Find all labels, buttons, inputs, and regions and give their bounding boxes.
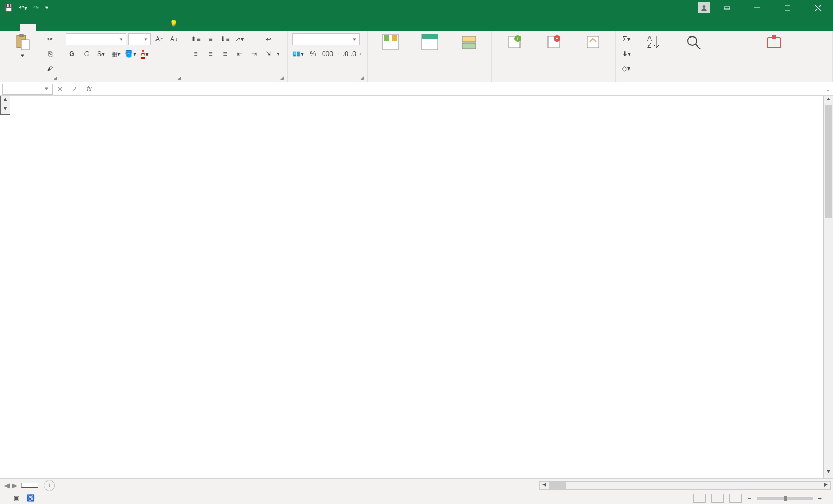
clear-icon[interactable]: ◇▾ (620, 62, 633, 75)
font-color-icon[interactable]: A▾ (139, 48, 151, 60)
sort-filter-button[interactable]: AZ (636, 33, 672, 52)
launcher-icon[interactable]: ◢ (177, 75, 181, 81)
zoom-slider[interactable] (757, 497, 813, 500)
maximize-button[interactable] (775, 0, 800, 16)
align-bottom-icon[interactable]: ⬇≡ (219, 33, 231, 45)
macro-record-icon[interactable]: ▣ (13, 494, 19, 502)
increase-decimal-icon[interactable]: ←.0 (336, 48, 348, 60)
percent-icon[interactable]: % (307, 48, 319, 60)
group-editing: Σ▾ ⬇▾ ◇▾ AZ (616, 31, 716, 82)
tab-review[interactable] (99, 24, 114, 31)
align-middle-icon[interactable]: ≡ (204, 33, 217, 45)
vertical-scrollbar[interactable]: ▲▼ (823, 96, 833, 478)
horizontal-scrollbar[interactable]: ◀▶ (539, 481, 831, 490)
paste-button[interactable]: ▼ (4, 33, 40, 58)
cell-styles-button[interactable] (451, 33, 487, 52)
fill-icon[interactable]: ⬇▾ (620, 48, 633, 60)
copy-icon[interactable]: ⎘ (44, 48, 56, 60)
comma-icon[interactable]: 000 (321, 48, 334, 60)
ribbon-display-icon[interactable] (714, 0, 740, 16)
data-validation-dropdown[interactable]: ▲▼ (0, 96, 10, 115)
decrease-font-icon[interactable]: A↓ (168, 33, 180, 45)
new-sheet-button[interactable]: + (44, 480, 55, 491)
name-box[interactable]: ▼ (2, 84, 53, 95)
page-layout-view-icon[interactable] (711, 494, 724, 503)
cancel-icon[interactable]: ✕ (53, 85, 67, 93)
tab-scroll-first-icon[interactable]: ◀ (4, 482, 10, 489)
worksheet-grid[interactable]: ▲▼ ▲▼ (0, 96, 833, 478)
tab-file[interactable] (4, 24, 20, 31)
tell-me[interactable]: 💡 (162, 16, 189, 31)
merge-center-button[interactable]: ⇲▼ (264, 48, 283, 60)
tab-insert[interactable] (36, 24, 52, 31)
launcher-icon[interactable]: ◢ (360, 75, 364, 81)
align-center-icon[interactable]: ≡ (204, 48, 217, 60)
addins-button[interactable] (756, 33, 792, 52)
redo-icon[interactable]: ↷ (33, 4, 39, 12)
fx-icon[interactable]: fx (82, 85, 96, 93)
accounting-icon[interactable]: 💶▾ (292, 48, 305, 60)
format-as-table-button[interactable] (412, 33, 448, 52)
underline-icon[interactable]: S▾ (95, 48, 107, 60)
sheet-tab-bar: ◀ ▶ + ◀▶ (0, 478, 833, 492)
svg-rect-1 (724, 7, 730, 9)
fill-color-icon[interactable]: 🪣▾ (124, 48, 136, 60)
decrease-decimal-icon[interactable]: .0→ (351, 48, 363, 60)
svg-rect-10 (384, 35, 389, 41)
orientation-icon[interactable]: ↗▾ (233, 33, 246, 45)
align-left-icon[interactable]: ≡ (190, 48, 202, 60)
launcher-icon[interactable]: ◢ (280, 75, 284, 81)
align-right-icon[interactable]: ≡ (219, 48, 231, 60)
wrap-text-button[interactable]: ↩ (264, 33, 283, 45)
tab-help[interactable] (146, 24, 162, 31)
conditional-formatting-button[interactable] (372, 33, 408, 52)
tab-data[interactable] (83, 24, 99, 31)
close-button[interactable] (805, 0, 831, 16)
tab-layout[interactable] (52, 24, 67, 31)
find-select-button[interactable] (675, 33, 711, 52)
group-clipboard: ▼ ✂ ⎘ 🖌 ◢ (0, 31, 61, 82)
minimize-button[interactable] (744, 0, 770, 16)
group-font: ▼ ▼ A↑ A↓ G C S▾ ▦▾ 🪣▾ A▾ ◢ (61, 31, 185, 82)
tab-developer[interactable] (130, 24, 146, 31)
enter-icon[interactable]: ✓ (67, 85, 82, 93)
undo-icon[interactable]: ↶▾ (19, 4, 27, 12)
sheet-tab[interactable] (21, 483, 38, 488)
bold-icon[interactable]: G (66, 48, 78, 60)
svg-point-25 (688, 36, 697, 45)
tab-scroll-last-icon[interactable]: ▶ (12, 482, 17, 489)
align-top-icon[interactable]: ⬆≡ (190, 33, 202, 45)
number-format-select[interactable]: ▼ (292, 33, 360, 45)
accessibility-status[interactable]: ♿ (27, 494, 35, 502)
svg-rect-27 (767, 38, 781, 48)
insert-cells-button[interactable]: + (496, 33, 532, 52)
decrease-indent-icon[interactable]: ⇤ (233, 48, 246, 60)
expand-formula-bar-icon[interactable]: ⌄ (822, 82, 833, 95)
svg-rect-7 (19, 34, 24, 37)
italic-icon[interactable]: C (80, 48, 93, 60)
font-name-select[interactable]: ▼ (66, 33, 126, 45)
increase-indent-icon[interactable]: ⇥ (248, 48, 260, 60)
save-icon[interactable]: 💾 (4, 4, 13, 12)
launcher-icon[interactable]: ◢ (53, 75, 57, 81)
font-size-select[interactable]: ▼ (128, 33, 151, 45)
zoom-in-icon[interactable]: + (818, 495, 822, 502)
page-break-view-icon[interactable] (729, 494, 742, 503)
tab-home[interactable] (20, 24, 36, 31)
svg-rect-13 (422, 34, 438, 39)
tab-view[interactable] (114, 24, 130, 31)
group-styles (368, 31, 492, 82)
tab-formulas[interactable] (67, 24, 83, 31)
normal-view-icon[interactable] (693, 494, 706, 503)
title-bar: 💾 ↶▾ ↷ ▼ (0, 0, 833, 16)
qat-customize-icon[interactable]: ▼ (44, 5, 49, 11)
delete-cells-button[interactable]: × (536, 33, 572, 52)
user-avatar-icon[interactable] (698, 2, 710, 13)
increase-font-icon[interactable]: A↑ (153, 33, 165, 45)
autosum-icon[interactable]: Σ▾ (620, 33, 633, 45)
border-icon[interactable]: ▦▾ (109, 48, 122, 60)
format-cells-button[interactable] (575, 33, 611, 52)
format-painter-icon[interactable]: 🖌 (44, 62, 56, 75)
cut-icon[interactable]: ✂ (44, 33, 56, 45)
zoom-out-icon[interactable]: − (747, 495, 751, 502)
